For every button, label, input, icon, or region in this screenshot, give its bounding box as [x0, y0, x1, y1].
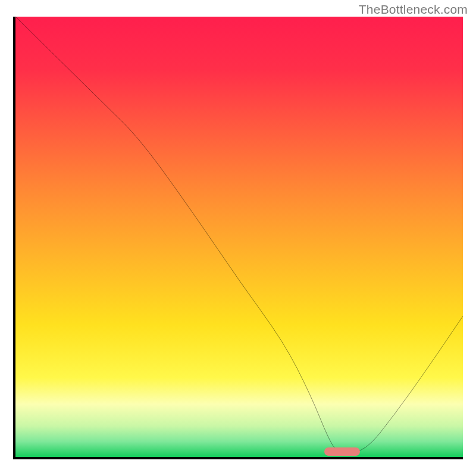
plot-area: [13, 17, 463, 459]
optimal-marker: [324, 447, 360, 456]
bottleneck-curve: [15, 17, 463, 457]
chart-frame: TheBottleneck.com: [0, 0, 476, 476]
watermark-text: TheBottleneck.com: [359, 2, 468, 17]
